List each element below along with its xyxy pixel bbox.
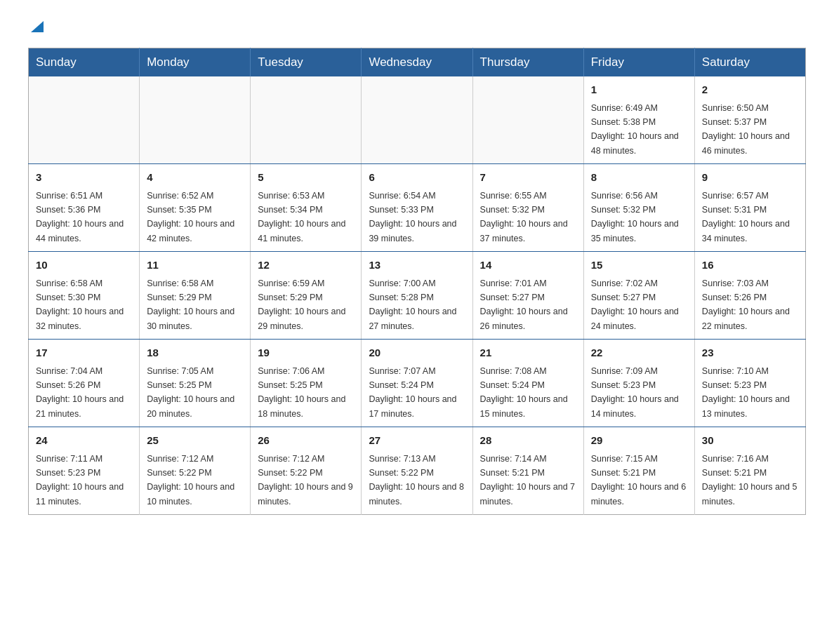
calendar-week-row-3: 10Sunrise: 6:58 AM Sunset: 5:30 PM Dayli… [29, 252, 806, 340]
page-header [28, 21, 806, 34]
calendar-cell: 12Sunrise: 6:59 AM Sunset: 5:29 PM Dayli… [251, 252, 362, 340]
calendar-cell [29, 76, 140, 164]
day-number: 1 [591, 82, 687, 98]
day-number: 11 [147, 257, 243, 274]
calendar-cell: 25Sunrise: 7:12 AM Sunset: 5:22 PM Dayli… [140, 427, 251, 515]
day-number: 9 [702, 170, 798, 186]
weekday-header-thursday: Thursday [472, 48, 583, 77]
day-sun-info: Sunrise: 7:10 AM Sunset: 5:23 PM Dayligh… [702, 366, 790, 419]
calendar-cell: 6Sunrise: 6:54 AM Sunset: 5:33 PM Daylig… [362, 164, 472, 252]
calendar-cell: 8Sunrise: 6:56 AM Sunset: 5:32 PM Daylig… [583, 164, 694, 252]
day-sun-info: Sunrise: 7:15 AM Sunset: 5:21 PM Dayligh… [591, 454, 687, 507]
calendar-cell: 19Sunrise: 7:06 AM Sunset: 5:25 PM Dayli… [251, 340, 362, 427]
calendar-week-row-4: 17Sunrise: 7:04 AM Sunset: 5:26 PM Dayli… [29, 340, 806, 427]
weekday-header-tuesday: Tuesday [251, 48, 362, 77]
day-sun-info: Sunrise: 6:57 AM Sunset: 5:31 PM Dayligh… [702, 191, 790, 243]
day-number: 2 [702, 82, 798, 98]
day-sun-info: Sunrise: 6:56 AM Sunset: 5:32 PM Dayligh… [591, 191, 679, 243]
day-number: 29 [591, 433, 687, 449]
logo-triangle-icon [29, 18, 45, 34]
day-sun-info: Sunrise: 6:58 AM Sunset: 5:30 PM Dayligh… [36, 279, 124, 331]
day-sun-info: Sunrise: 7:03 AM Sunset: 5:26 PM Dayligh… [702, 279, 790, 331]
calendar-cell: 15Sunrise: 7:02 AM Sunset: 5:27 PM Dayli… [583, 252, 694, 340]
day-number: 25 [147, 433, 243, 449]
day-number: 28 [480, 433, 576, 449]
calendar-cell: 4Sunrise: 6:52 AM Sunset: 5:35 PM Daylig… [140, 164, 251, 252]
weekday-header-monday: Monday [140, 48, 251, 77]
day-sun-info: Sunrise: 7:16 AM Sunset: 5:21 PM Dayligh… [702, 454, 797, 507]
calendar-week-row-1: 1Sunrise: 6:49 AM Sunset: 5:38 PM Daylig… [29, 76, 806, 164]
calendar-cell: 24Sunrise: 7:11 AM Sunset: 5:23 PM Dayli… [29, 427, 140, 515]
calendar-cell: 16Sunrise: 7:03 AM Sunset: 5:26 PM Dayli… [694, 252, 805, 340]
day-number: 30 [702, 433, 798, 449]
weekday-header-row: SundayMondayTuesdayWednesdayThursdayFrid… [29, 48, 806, 77]
day-sun-info: Sunrise: 6:50 AM Sunset: 5:37 PM Dayligh… [702, 103, 790, 156]
weekday-header-wednesday: Wednesday [362, 48, 472, 77]
day-number: 8 [591, 170, 687, 186]
day-sun-info: Sunrise: 6:58 AM Sunset: 5:29 PM Dayligh… [147, 279, 234, 331]
day-number: 24 [36, 433, 132, 449]
day-sun-info: Sunrise: 7:08 AM Sunset: 5:24 PM Dayligh… [480, 366, 568, 419]
day-number: 6 [369, 170, 465, 186]
day-sun-info: Sunrise: 7:00 AM Sunset: 5:28 PM Dayligh… [369, 279, 456, 331]
weekday-header-sunday: Sunday [29, 48, 140, 77]
day-number: 20 [369, 345, 465, 361]
day-number: 15 [591, 257, 687, 274]
day-sun-info: Sunrise: 7:12 AM Sunset: 5:22 PM Dayligh… [147, 454, 234, 507]
day-sun-info: Sunrise: 6:53 AM Sunset: 5:34 PM Dayligh… [258, 191, 345, 243]
logo-area [28, 21, 45, 34]
calendar-cell: 11Sunrise: 6:58 AM Sunset: 5:29 PM Dayli… [140, 252, 251, 340]
svg-marker-0 [31, 21, 44, 32]
calendar-cell: 20Sunrise: 7:07 AM Sunset: 5:24 PM Dayli… [362, 340, 472, 427]
day-sun-info: Sunrise: 6:49 AM Sunset: 5:38 PM Dayligh… [591, 103, 679, 156]
calendar-cell: 27Sunrise: 7:13 AM Sunset: 5:22 PM Dayli… [362, 427, 472, 515]
calendar-cell: 7Sunrise: 6:55 AM Sunset: 5:32 PM Daylig… [472, 164, 583, 252]
day-number: 27 [369, 433, 465, 449]
calendar-cell: 29Sunrise: 7:15 AM Sunset: 5:21 PM Dayli… [583, 427, 694, 515]
calendar-cell: 22Sunrise: 7:09 AM Sunset: 5:23 PM Dayli… [583, 340, 694, 427]
weekday-header-saturday: Saturday [694, 48, 805, 77]
day-number: 16 [702, 257, 798, 274]
day-sun-info: Sunrise: 7:02 AM Sunset: 5:27 PM Dayligh… [591, 279, 679, 331]
calendar-cell: 18Sunrise: 7:05 AM Sunset: 5:25 PM Dayli… [140, 340, 251, 427]
calendar-cell: 21Sunrise: 7:08 AM Sunset: 5:24 PM Dayli… [472, 340, 583, 427]
calendar-cell: 5Sunrise: 6:53 AM Sunset: 5:34 PM Daylig… [251, 164, 362, 252]
day-sun-info: Sunrise: 7:09 AM Sunset: 5:23 PM Dayligh… [591, 366, 679, 419]
calendar-cell: 10Sunrise: 6:58 AM Sunset: 5:30 PM Dayli… [29, 252, 140, 340]
day-number: 13 [369, 257, 465, 274]
day-sun-info: Sunrise: 6:51 AM Sunset: 5:36 PM Dayligh… [36, 191, 124, 243]
weekday-header-friday: Friday [583, 48, 694, 77]
calendar-cell: 14Sunrise: 7:01 AM Sunset: 5:27 PM Dayli… [472, 252, 583, 340]
day-number: 4 [147, 170, 243, 186]
day-number: 5 [258, 170, 354, 186]
day-sun-info: Sunrise: 7:01 AM Sunset: 5:27 PM Dayligh… [480, 279, 568, 331]
calendar-week-row-5: 24Sunrise: 7:11 AM Sunset: 5:23 PM Dayli… [29, 427, 806, 515]
day-number: 21 [480, 345, 576, 361]
day-sun-info: Sunrise: 7:13 AM Sunset: 5:22 PM Dayligh… [369, 454, 464, 507]
day-number: 26 [258, 433, 354, 449]
calendar-cell: 17Sunrise: 7:04 AM Sunset: 5:26 PM Dayli… [29, 340, 140, 427]
calendar-cell [251, 76, 362, 164]
calendar-cell: 9Sunrise: 6:57 AM Sunset: 5:31 PM Daylig… [694, 164, 805, 252]
calendar-cell: 26Sunrise: 7:12 AM Sunset: 5:22 PM Dayli… [251, 427, 362, 515]
day-number: 23 [702, 345, 798, 361]
day-sun-info: Sunrise: 6:59 AM Sunset: 5:29 PM Dayligh… [258, 279, 345, 331]
day-number: 10 [36, 257, 132, 274]
calendar-cell: 13Sunrise: 7:00 AM Sunset: 5:28 PM Dayli… [362, 252, 472, 340]
day-sun-info: Sunrise: 7:07 AM Sunset: 5:24 PM Dayligh… [369, 366, 456, 419]
calendar-cell: 23Sunrise: 7:10 AM Sunset: 5:23 PM Dayli… [694, 340, 805, 427]
calendar-cell: 3Sunrise: 6:51 AM Sunset: 5:36 PM Daylig… [29, 164, 140, 252]
day-sun-info: Sunrise: 7:04 AM Sunset: 5:26 PM Dayligh… [36, 366, 124, 419]
day-sun-info: Sunrise: 6:54 AM Sunset: 5:33 PM Dayligh… [369, 191, 456, 243]
day-number: 22 [591, 345, 687, 361]
day-number: 3 [36, 170, 132, 186]
day-sun-info: Sunrise: 7:12 AM Sunset: 5:22 PM Dayligh… [258, 454, 353, 507]
calendar-cell [362, 76, 472, 164]
day-sun-info: Sunrise: 6:55 AM Sunset: 5:32 PM Dayligh… [480, 191, 568, 243]
day-number: 12 [258, 257, 354, 274]
calendar-cell [472, 76, 583, 164]
day-number: 7 [480, 170, 576, 186]
day-number: 18 [147, 345, 243, 361]
day-sun-info: Sunrise: 7:06 AM Sunset: 5:25 PM Dayligh… [258, 366, 345, 419]
day-sun-info: Sunrise: 6:52 AM Sunset: 5:35 PM Dayligh… [147, 191, 234, 243]
